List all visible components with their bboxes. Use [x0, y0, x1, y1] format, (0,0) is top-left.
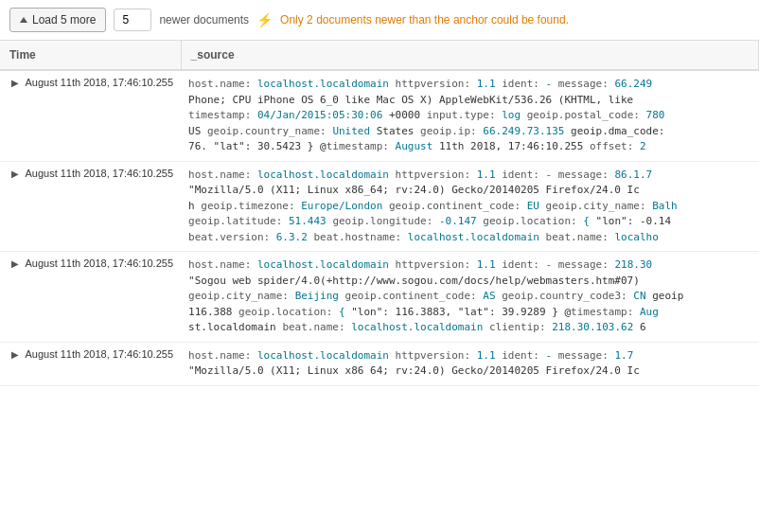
kv-val: EU — [527, 200, 539, 212]
time-value: August 11th 2018, 17:46:10.255 — [23, 257, 173, 269]
source-cell: host.name: localhost.localdomain httpver… — [181, 342, 758, 385]
kv-key: geoip.postal_code: — [527, 109, 640, 121]
kv-key: ident: — [502, 78, 539, 90]
expand-row-button[interactable]: ▶ — [8, 347, 23, 362]
newer-documents-text: newer documents — [159, 13, 249, 27]
kv-val: 86.1.7 — [614, 168, 652, 181]
kv-key: message: — [558, 168, 609, 181]
kv-val: 2 — [640, 140, 646, 152]
source-line: 116.388 geoip.location: { "lon": 116.388… — [188, 305, 709, 321]
kv-val: - — [546, 168, 553, 181]
time-cell: ▶ August 11th 2018, 17:46:10.255 — [0, 70, 181, 161]
kv-val: - — [546, 349, 553, 362]
load-more-label: Load 5 more — [32, 13, 96, 27]
kv-val: { — [339, 306, 345, 318]
kv-val: localho — [614, 231, 658, 243]
kv-val: Balh — [652, 200, 678, 212]
source-line: 76. "lat": 30.5423 } @timestamp: August … — [188, 139, 709, 155]
kv-val: log — [502, 109, 521, 121]
kv-key: host.name: — [188, 78, 251, 90]
kv-key: ident: — [502, 349, 539, 362]
source-line: beat.version: 6.3.2 beat.hostname: local… — [188, 230, 709, 246]
col-header-time: Time — [0, 41, 181, 70]
kv-key: ident: — [502, 168, 539, 181]
kv-key: geoip.country_name: — [207, 125, 327, 137]
kv-val: localhost.localdomain — [351, 321, 483, 333]
kv-key: clientip: — [489, 321, 546, 333]
kv-key: host.name: — [188, 349, 251, 362]
kv-key: message: — [558, 258, 609, 271]
kv-val: Aug — [640, 306, 659, 318]
kv-key: httpversion: — [396, 349, 470, 362]
kv-val: August — [396, 140, 433, 152]
kv-key: beat.name: — [546, 231, 609, 243]
data-table: Time _source ▶ August 11th 2018, 17:46:1… — [0, 41, 759, 386]
kv-val: 66.249.73.135 — [483, 125, 564, 137]
kv-val: 04/Jan/2015:05:30:06 — [257, 109, 382, 121]
kv-key: geoip.longitude: — [332, 215, 432, 227]
kv-key: timestamp: — [327, 140, 389, 152]
kv-key: httpversion: — [396, 258, 470, 271]
table-row: ▶ August 11th 2018, 17:46:10.255host.nam… — [0, 252, 759, 343]
kv-val: localhost.localdomain — [257, 258, 389, 271]
kv-val: 1.1 — [477, 349, 496, 362]
kv-key: geoip.timezone: — [201, 200, 294, 212]
kv-key: input.type: — [427, 109, 496, 121]
source-line: Phone; CPU iPhone OS 6_0 like Mac OS X) … — [188, 93, 709, 109]
kv-val: United — [332, 125, 370, 137]
kv-val: - — [546, 258, 553, 271]
kv-key: geoip.continent_code: — [345, 290, 477, 302]
kv-key: ident: — [502, 258, 539, 271]
source-line: host.name: localhost.localdomain httpver… — [188, 348, 709, 364]
kv-key: beat.hostname: — [314, 231, 402, 243]
kv-val: Europe/London — [301, 200, 382, 212]
kv-val: 6.3.2 — [276, 231, 308, 243]
col-header-source: _source — [181, 41, 758, 70]
source-line: st.localdomain beat.name: localhost.loca… — [188, 320, 709, 336]
warning-message: Only 2 documents newer than the anchor c… — [280, 13, 569, 27]
kv-val: Beijing — [295, 290, 339, 302]
kv-key: geoip.location: — [238, 306, 332, 318]
kv-val: 51.443 — [289, 215, 327, 227]
count-input[interactable] — [114, 9, 151, 31]
time-value: August 11th 2018, 17:46:10.255 — [23, 77, 173, 88]
expand-row-button[interactable]: ▶ — [8, 257, 23, 271]
kv-key: beat.name: — [282, 321, 344, 333]
source-line: host.name: localhost.localdomain httpver… — [188, 257, 709, 274]
table-row: ▶ August 11th 2018, 17:46:10.255host.nam… — [0, 70, 759, 161]
kv-key: httpversion: — [396, 168, 470, 181]
time-cell: ▶ August 11th 2018, 17:46:10.255 — [0, 252, 181, 343]
kv-val: { — [583, 215, 590, 227]
source-line: US geoip.country_name: United States geo… — [188, 124, 709, 140]
source-line: h geoip.timezone: Europe/London geoip.co… — [188, 199, 709, 215]
kv-val: 218.30.103.62 — [552, 321, 633, 333]
expand-row-button[interactable]: ▶ — [8, 76, 23, 90]
kv-val: CN — [633, 290, 645, 302]
kv-key: message: — [558, 78, 609, 90]
kv-val: localhost.localdomain — [257, 78, 389, 90]
source-cell: host.name: localhost.localdomain httpver… — [181, 70, 758, 161]
kv-val: - — [546, 78, 553, 90]
kv-key: geoip.city_name: — [546, 200, 646, 212]
source-line: "Mozilla/5.0 (X11; Linux x86_64; rv:24.0… — [188, 183, 709, 199]
kv-key: message: — [558, 349, 609, 362]
kv-key: geoip.location: — [483, 215, 576, 227]
top-bar: Load 5 more newer documents ⚡ Only 2 doc… — [0, 0, 759, 41]
kv-key: geoip.city_name: — [188, 290, 289, 302]
time-cell: ▶ August 11th 2018, 17:46:10.255 — [0, 342, 181, 385]
kv-key: host.name: — [188, 168, 251, 181]
load-more-button[interactable]: Load 5 more — [9, 8, 106, 32]
kv-val: 1.1 — [477, 258, 496, 271]
source-cell: host.name: localhost.localdomain httpver… — [181, 252, 758, 343]
kv-key: geoip.country_code3: — [502, 290, 627, 302]
kv-val: localhost.localdomain — [257, 168, 389, 181]
kv-val: localhost.localdomain — [408, 231, 539, 243]
kv-key: timestamp: — [571, 306, 633, 318]
table-row: ▶ August 11th 2018, 17:46:10.255host.nam… — [0, 161, 759, 252]
lightning-icon: ⚡ — [256, 12, 273, 27]
source-line: geoip.latitude: 51.443 geoip.longitude: … — [188, 214, 709, 230]
kv-key: beat.version: — [188, 231, 270, 243]
expand-row-button[interactable]: ▶ — [8, 167, 23, 181]
kv-key: geoip.ip: — [420, 125, 477, 137]
table-row: ▶ August 11th 2018, 17:46:10.255host.nam… — [0, 342, 759, 385]
